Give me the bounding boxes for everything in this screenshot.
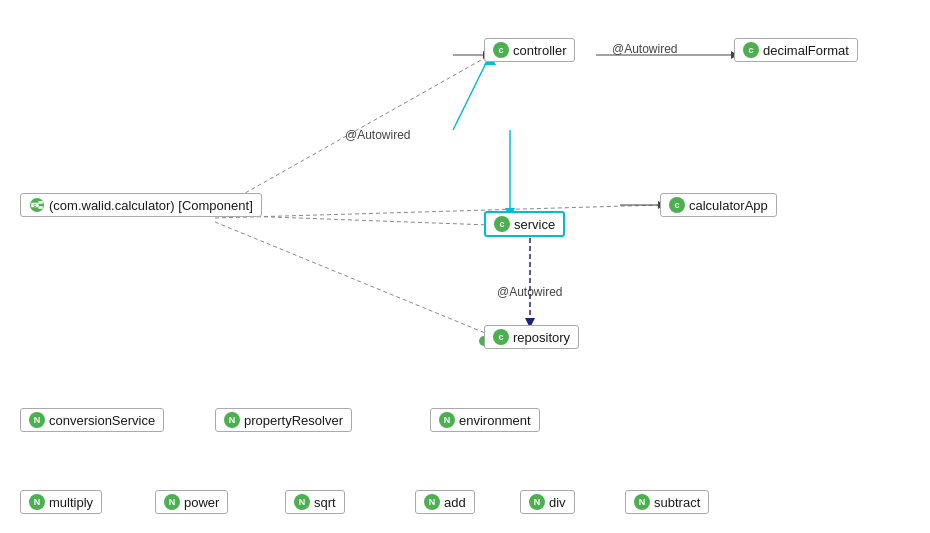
decimalformat-icon: c xyxy=(743,42,759,58)
environment-label: environment xyxy=(459,413,531,428)
controller-icon: c xyxy=(493,42,509,58)
conversionservice-icon: N xyxy=(29,412,45,428)
add-icon: N xyxy=(424,494,440,510)
decimalformat-label: decimalFormat xyxy=(763,43,849,58)
calculatorapp-label: calculatorApp xyxy=(689,198,768,213)
svg-line-3 xyxy=(215,222,490,335)
svg-line-2 xyxy=(215,205,660,218)
controller-node[interactable]: c controller xyxy=(484,38,575,62)
sqrt-label: sqrt xyxy=(314,495,336,510)
propertyresolver-node[interactable]: N propertyResolver xyxy=(215,408,352,432)
power-node[interactable]: N power xyxy=(155,490,228,514)
svg-line-4 xyxy=(453,55,490,130)
calculatorapp-node[interactable]: c calculatorApp xyxy=(660,193,777,217)
component-label: (com.walid.calculator) [Component] xyxy=(49,198,253,213)
conversionservice-label: conversionService xyxy=(49,413,155,428)
component-node[interactable]: c (com.walid.calculator) [Component] xyxy=(20,193,262,217)
div-node[interactable]: N div xyxy=(520,490,575,514)
multiply-icon: N xyxy=(29,494,45,510)
controller-label: controller xyxy=(513,43,566,58)
environment-icon: N xyxy=(439,412,455,428)
sqrt-icon: N xyxy=(294,494,310,510)
div-label: div xyxy=(549,495,566,510)
service-node[interactable]: c service xyxy=(484,211,565,237)
svg-line-0 xyxy=(215,55,490,210)
subtract-icon: N xyxy=(634,494,650,510)
add-label: add xyxy=(444,495,466,510)
repository-icon: c xyxy=(493,329,509,345)
service-label: service xyxy=(514,217,555,232)
autowired-label-service-repo: @Autowired xyxy=(497,285,563,299)
connections-svg xyxy=(0,0,930,533)
conversionservice-node[interactable]: N conversionService xyxy=(20,408,164,432)
multiply-label: multiply xyxy=(49,495,93,510)
propertyresolver-icon: N xyxy=(224,412,240,428)
decimalformat-node[interactable]: c decimalFormat xyxy=(734,38,858,62)
component-icon: c xyxy=(29,197,45,213)
environment-node[interactable]: N environment xyxy=(430,408,540,432)
autowired-label-top: @Autowired xyxy=(345,128,411,142)
sqrt-node[interactable]: N sqrt xyxy=(285,490,345,514)
autowired-label-controller: @Autowired xyxy=(612,42,678,56)
diagram-container: @Autowired @Autowired @Autowired c (com.… xyxy=(0,0,930,533)
repository-label: repository xyxy=(513,330,570,345)
propertyresolver-label: propertyResolver xyxy=(244,413,343,428)
multiply-node[interactable]: N multiply xyxy=(20,490,102,514)
add-node[interactable]: N add xyxy=(415,490,475,514)
service-icon: c xyxy=(494,216,510,232)
repository-node[interactable]: c repository xyxy=(484,325,579,349)
subtract-node[interactable]: N subtract xyxy=(625,490,709,514)
power-icon: N xyxy=(164,494,180,510)
subtract-label: subtract xyxy=(654,495,700,510)
div-icon: N xyxy=(529,494,545,510)
power-label: power xyxy=(184,495,219,510)
calculatorapp-icon: c xyxy=(669,197,685,213)
